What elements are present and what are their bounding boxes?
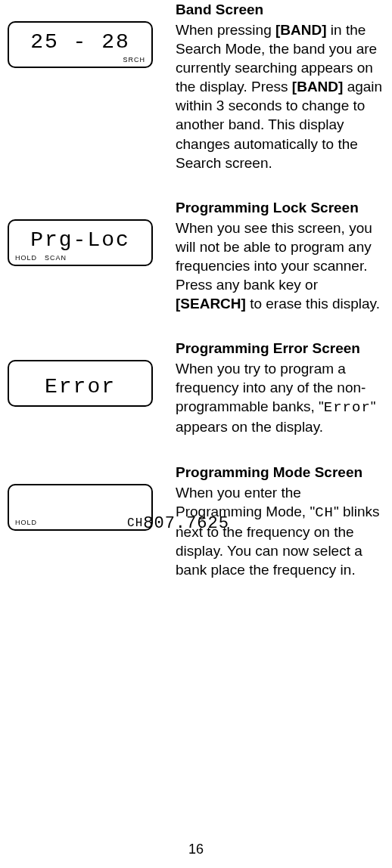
body-text-part: [SEARCH] [176,296,246,312]
section-title: Programming Lock Screen [176,198,383,217]
section-body-2: When you try to program a frequency into… [176,359,383,436]
page-content: 25 - 28 SRCH Band Screen When pressing [… [0,0,392,579]
lcd-column: Error [8,339,166,407]
lcd-indicators: SRCH [15,56,145,64]
lcd-main-text: Prg-Loc [17,225,144,251]
lcd-column: Prg-Loc HOLD SCAN [8,198,166,266]
text-column: Programming Lock Screen When you see thi… [166,198,383,313]
lcd-left-indicators: HOLD [15,519,37,526]
lcd-display-proglock: Prg-Loc HOLD SCAN [8,219,153,266]
section-body-0: When pressing [BAND] in the Search Mode,… [176,20,383,172]
section-band-screen: 25 - 28 SRCH Band Screen When pressing [… [8,0,383,172]
section-body-1: When you see this screen, you will not b… [176,219,383,313]
lcd-column: CH807.7625 HOLD [8,463,166,531]
body-text-part: to erase this display. [246,296,380,312]
body-text-part: [BAND] [292,79,344,95]
page-number: 16 [0,842,392,857]
section-title: Band Screen [176,0,383,19]
section-prog-error: Error Programming Error Screen When you … [8,339,383,436]
lcd-indicator-hold: HOLD [15,519,37,526]
section-title: Programming Error Screen [176,339,383,358]
section-title: Programming Mode Screen [176,463,383,482]
section-prog-mode: CH807.7625 HOLD Programming Mode Screen … [8,463,383,579]
body-text-part: When pressing [176,22,275,38]
body-text-part: When you see this screen, you will not b… [176,220,372,293]
text-column: Programming Error Screen When you try to… [166,339,383,436]
lcd-indicator-scan: SCAN [45,254,67,262]
lcd-indicators: HOLD SCAN [15,254,145,262]
lcd-main-text: 25 - 28 [17,27,144,53]
lcd-indicators: HOLD [15,519,145,526]
body-text-part: CH [315,504,334,521]
lcd-right-indicator: SRCH [123,56,145,64]
lcd-left-indicators: HOLD SCAN [15,254,67,262]
body-text-part: [BAND] [275,22,327,38]
lcd-main-text: Error [17,366,144,398]
lcd-main-value: 807.7625 [143,514,229,533]
body-text-part: Error [324,399,371,416]
lcd-column: 25 - 28 SRCH [8,0,166,68]
section-prog-lock: Prg-Loc HOLD SCAN Programming Lock Scree… [8,198,383,313]
lcd-display-progmode: CH807.7625 HOLD [8,484,153,531]
lcd-display-band: 25 - 28 SRCH [8,21,153,68]
lcd-display-error: Error [8,360,153,407]
text-column: Band Screen When pressing [BAND] in the … [166,0,383,172]
lcd-indicator-hold: HOLD [15,254,37,262]
